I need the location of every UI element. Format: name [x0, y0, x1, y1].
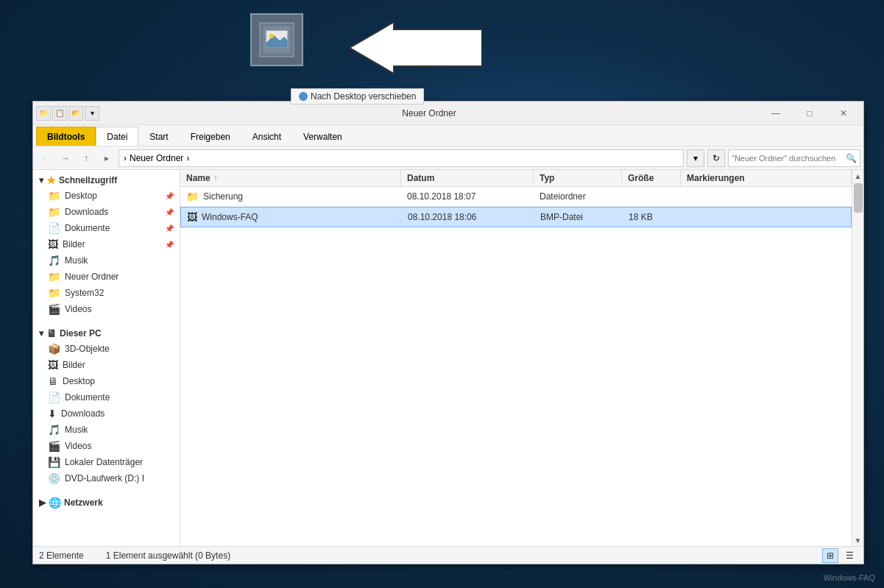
sidebar-item-dokumente-quick[interactable]: 📄 Dokumente 📌: [33, 220, 180, 236]
file-size: 18 KB: [629, 212, 653, 222]
title-bar-left: 📁 📋 📂 ▾: [36, 106, 99, 121]
sidebar-section-dieser-pc[interactable]: ▾ 🖥 Dieser PC: [33, 323, 180, 341]
sidebar-item-lokaler-datentraeger[interactable]: 💾 Lokaler Datenträger: [33, 454, 180, 470]
schnellzugriff-expand-icon: ▾: [39, 175, 43, 185]
path-end-arrow: ›: [186, 153, 189, 163]
drag-file-icon: [250, 13, 303, 66]
selection-info: 1 Element ausgewählt (0 Bytes): [106, 550, 230, 561]
list-view-button[interactable]: ☰: [841, 548, 858, 563]
sidebar-item-downloads-pc[interactable]: ⬇ Downloads: [33, 405, 180, 422]
search-icon[interactable]: 🔍: [842, 149, 860, 167]
schnellzugriff-star-icon: ★: [46, 174, 56, 186]
sidebar-item-musik-pc[interactable]: 🎵 Musik: [33, 422, 180, 438]
sidebar-item-label: Musik: [65, 255, 88, 266]
tab-verwalten[interactable]: Verwalten: [292, 127, 353, 146]
maximize-button[interactable]: □: [793, 102, 827, 125]
column-header-groesse[interactable]: Größe: [622, 170, 681, 186]
sidebar-item-dvd-laufwerk[interactable]: 💿 DVD-Laufwerk (D:) I: [33, 470, 180, 486]
sidebar-item-label: Bilder: [63, 239, 85, 249]
scroll-up-arrow[interactable]: ▲: [852, 170, 864, 182]
sidebar-item-desktop-pc[interactable]: 🖥 Desktop: [33, 373, 180, 389]
file-markings-cell: [682, 208, 851, 227]
file-date: 08.10.2018 18:06: [408, 212, 476, 222]
sidebar-item-3d-objekte[interactable]: 📦 3D-Objekte: [33, 341, 180, 357]
sidebar-item-label: Desktop: [65, 191, 97, 201]
file-type: Dateiordner: [540, 191, 586, 202]
table-row[interactable]: 🖼 Windows-FAQ 08.10.2018 18:06 BMP-Datei…: [180, 207, 852, 227]
drag-tooltip: Nach Desktop verschieben: [291, 88, 424, 105]
right-scrollbar: ▲ ▼: [852, 170, 863, 546]
ribbon: Bildtools Datei Start Freigeben Ansicht …: [33, 125, 863, 146]
sidebar-item-label: Lokaler Datenträger: [65, 457, 143, 467]
pin-icon: 📌: [165, 192, 174, 200]
column-header-name[interactable]: Name ↑: [180, 170, 401, 186]
file-type: BMP-Datei: [540, 212, 583, 222]
view-toggle-buttons: ⊞ ☰: [822, 548, 858, 563]
tab-datei[interactable]: Datei: [96, 127, 138, 146]
tab-freigeben[interactable]: Freigeben: [180, 127, 241, 146]
close-button[interactable]: ✕: [827, 102, 860, 125]
3d-objekte-icon: 📦: [48, 343, 60, 355]
search-input[interactable]: [729, 154, 842, 163]
sidebar-item-bilder-quick[interactable]: 🖼 Bilder 📌: [33, 236, 180, 252]
titlebar-pin-btn[interactable]: ▾: [85, 106, 99, 121]
file-date-cell: 08.10.2018 18:06: [402, 208, 534, 227]
sidebar-item-label: Bilder: [63, 360, 85, 370]
sidebar-section-netzwerk[interactable]: ▶ 🌐 Netzwerk: [33, 492, 180, 510]
sidebar-item-system32-quick[interactable]: 📁 System32: [33, 285, 180, 301]
sidebar-item-label: Dokumente: [65, 392, 110, 403]
pin-icon: 📌: [165, 208, 174, 216]
new-folder-btn[interactable]: 📂: [68, 106, 83, 121]
properties-btn[interactable]: 📋: [52, 106, 67, 121]
grid-view-button[interactable]: ⊞: [822, 548, 838, 563]
sidebar-item-label: Musik: [65, 425, 88, 435]
tab-bildtools[interactable]: Bildtools: [36, 127, 96, 146]
sidebar-item-downloads-quick[interactable]: 📁 Downloads 📌: [33, 204, 180, 220]
file-date-cell: 08.10.2018 18:07: [401, 187, 534, 206]
sidebar-item-neuer-ordner-quick[interactable]: 📁 Neuer Ordner: [33, 269, 180, 285]
sidebar-item-label: 3D-Objekte: [65, 344, 110, 354]
explorer-window: 📁 📋 📂 ▾ Neuer Ordner — □ ✕ Bildtools Dat…: [32, 101, 864, 564]
windowsfaq-file-icon: 🖼: [187, 211, 197, 223]
address-dropdown-btn[interactable]: ▾: [687, 149, 704, 167]
tab-ansicht[interactable]: Ansicht: [241, 127, 292, 146]
musik-icon: 🎵: [48, 255, 60, 266]
sidebar-item-desktop-quick[interactable]: 📁 Desktop 📌: [33, 188, 180, 204]
up-button[interactable]: ↑: [77, 149, 95, 167]
tab-start[interactable]: Start: [138, 127, 179, 146]
file-name: Sicherung: [203, 191, 243, 202]
sidebar-item-label: Neuer Ordner: [65, 272, 119, 282]
main-content: ▾ ★ Schnellzugriff 📁 Desktop 📌 📁 Downloa…: [33, 170, 863, 546]
search-box: 🔍: [728, 149, 860, 167]
table-row[interactable]: 📁 Sicherung 08.10.2018 18:07 Dateiordner: [180, 187, 852, 207]
desktop-folder-icon: 📁: [48, 190, 60, 202]
file-date: 08.10.2018 18:07: [407, 191, 475, 202]
file-type-cell: BMP-Datei: [534, 208, 623, 227]
dieser-pc-icon: 🖥: [46, 327, 57, 339]
file-type-cell: Dateiordner: [534, 187, 622, 206]
netzwerk-icon: 🌐: [49, 497, 61, 509]
sidebar-section-schnellzugriff[interactable]: ▾ ★ Schnellzugriff: [33, 170, 180, 188]
expand-button[interactable]: ▸: [98, 149, 116, 167]
sidebar-item-bilder-pc[interactable]: 🖼 Bilder: [33, 357, 180, 373]
sidebar-item-videos-pc[interactable]: 🎬 Videos: [33, 438, 180, 454]
quick-access-btn[interactable]: 📁: [36, 106, 51, 121]
scroll-down-arrow[interactable]: ▼: [852, 534, 864, 546]
pin-icon: 📌: [165, 224, 174, 233]
column-header-markierungen[interactable]: Markierungen: [681, 170, 852, 186]
column-header-typ[interactable]: Typ: [534, 170, 622, 186]
sidebar-item-musik-quick[interactable]: 🎵 Musik: [33, 252, 180, 269]
column-header-datum[interactable]: Datum: [401, 170, 534, 186]
drag-icon-container: [250, 13, 303, 66]
sidebar-item-videos-quick[interactable]: 🎬 Videos: [33, 301, 180, 317]
sidebar-item-dokumente-pc[interactable]: 📄 Dokumente: [33, 389, 180, 405]
refresh-button[interactable]: ↻: [707, 149, 725, 167]
pin-icon: 📌: [165, 241, 174, 249]
back-button[interactable]: ←: [36, 149, 54, 167]
sidebar-item-label: Videos: [65, 441, 91, 451]
address-path[interactable]: › Neuer Ordner ›: [119, 149, 684, 167]
minimize-button[interactable]: —: [759, 102, 793, 125]
forward-button[interactable]: →: [57, 149, 74, 167]
scroll-thumb[interactable]: [854, 183, 863, 213]
videos-icon: 🎬: [48, 303, 60, 315]
